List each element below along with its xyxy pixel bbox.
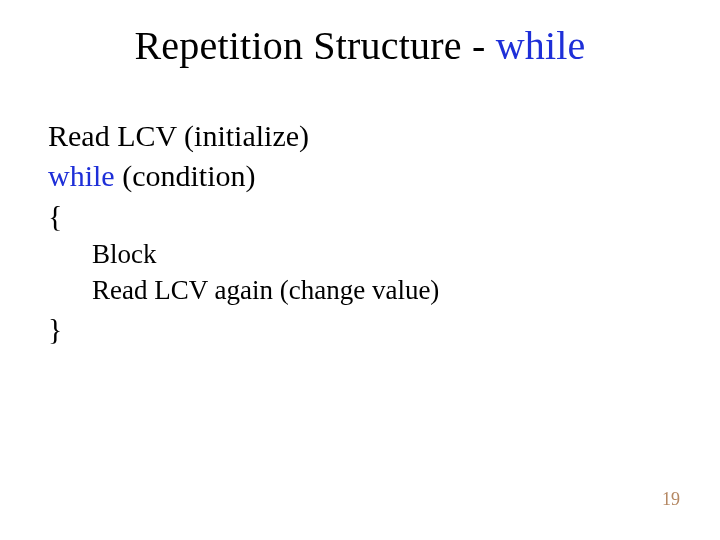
line-read-initialize: Read LCV (initialize) [48, 116, 439, 156]
slide: Repetition Structure - while Read LCV (i… [0, 0, 720, 540]
line-close-brace: } [48, 309, 439, 349]
line-open-brace: { [48, 196, 439, 236]
while-condition-text: (condition) [115, 159, 256, 192]
line-while-condition: while (condition) [48, 156, 439, 196]
keyword-while: while [48, 159, 115, 192]
line-block: Block [48, 236, 439, 272]
page-number: 19 [662, 489, 680, 510]
slide-body: Read LCV (initialize) while (condition) … [48, 116, 439, 348]
slide-title: Repetition Structure - while [0, 22, 720, 69]
title-keyword-while: while [496, 23, 586, 68]
title-prefix: Repetition Structure - [134, 23, 495, 68]
line-read-again: Read LCV again (change value) [48, 272, 439, 308]
